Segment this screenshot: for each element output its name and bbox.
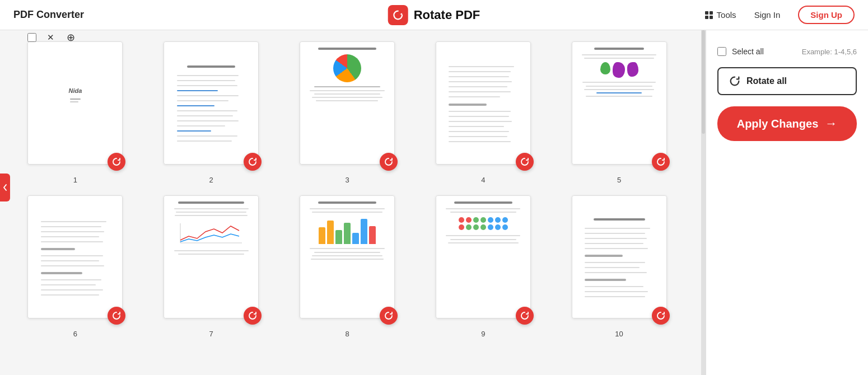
page-1-content: Nida: [28, 42, 122, 164]
rotate-page-9-button[interactable]: [516, 307, 534, 325]
rotate-icon-4: [520, 157, 530, 167]
page-number-2: 2: [209, 176, 213, 184]
rotate-page-4-button[interactable]: [516, 153, 534, 171]
page-thumb-1: Nida: [27, 41, 123, 165]
content-area: ✕ ⊕ Nida: [0, 30, 706, 375]
page-item-8: 8: [283, 195, 412, 338]
page-6-content: [28, 196, 122, 318]
bacteria-illustration: [600, 62, 638, 78]
page-thumb-8: [300, 195, 395, 318]
rotate-icon-6: [111, 311, 122, 321]
chevron-left-icon: [2, 184, 8, 191]
page-7-content: [164, 196, 258, 318]
svg-rect-3: [710, 16, 713, 19]
page-checkbox-1[interactable]: [27, 33, 36, 42]
page-item-9: 9: [419, 195, 547, 338]
page-3-content: [300, 42, 394, 164]
rotate-page-10-button[interactable]: [652, 307, 670, 325]
rotate-page-1-button[interactable]: [108, 153, 125, 171]
rotate-page-2-button[interactable]: [244, 153, 262, 171]
page-4-content: [436, 42, 530, 164]
scrollbar-thumb[interactable]: [702, 30, 705, 134]
page-9-content: [436, 196, 530, 318]
rotate-icon-1: [111, 157, 122, 167]
rotate-page-3-button[interactable]: [380, 153, 398, 171]
rotate-icon-5: [656, 157, 666, 167]
rotate-all-label: Rotate all: [746, 76, 787, 86]
page-thumb-7: [164, 195, 259, 318]
page-title: Rotate PDF: [414, 8, 480, 22]
app-title: PDF Converter: [13, 9, 84, 21]
sidebar-collapse-button[interactable]: [0, 174, 10, 201]
page-thumb-2: [164, 41, 259, 165]
tools-link[interactable]: Tools: [704, 10, 736, 20]
select-all-row: Select all Example: 1-4,5,6: [717, 47, 857, 56]
page-item-7: 7: [147, 195, 276, 338]
pie-chart: [333, 54, 361, 82]
page-number-9: 9: [481, 330, 485, 338]
rotate-icon-7: [248, 311, 258, 321]
tools-label: Tools: [717, 10, 736, 20]
page-number-8: 8: [345, 330, 349, 338]
sign-in-button[interactable]: Sign In: [748, 7, 787, 23]
rotate-icon-2: [248, 157, 258, 167]
rotate-all-button[interactable]: Rotate all: [717, 67, 857, 95]
rotate-all-icon: [729, 75, 741, 87]
page-item-10: 10: [555, 195, 683, 338]
select-all-label[interactable]: Select all: [732, 47, 764, 56]
close-page-1-button[interactable]: ✕: [44, 31, 57, 44]
page-thumb-6: [27, 195, 123, 318]
logo-icon: [392, 9, 404, 21]
app-logo: [388, 5, 408, 25]
select-all-checkbox[interactable]: [717, 47, 726, 56]
pages-grid: ✕ ⊕ Nida: [11, 41, 683, 338]
svg-rect-1: [710, 11, 713, 15]
rotate-icon-3: [384, 157, 394, 167]
page-number-6: 6: [73, 330, 77, 338]
page-number-4: 4: [481, 176, 485, 184]
header-left: PDF Converter: [13, 9, 84, 21]
page-item-5: 5: [555, 41, 683, 184]
rotate-icon-9: [520, 311, 530, 321]
grid-icon: [704, 11, 713, 20]
sidebar-tab: [0, 174, 10, 201]
page-10-content: [572, 196, 666, 318]
apply-changes-label: Apply Changes: [737, 118, 819, 130]
rotate-page-5-button[interactable]: [652, 153, 670, 171]
rotate-page-7-button[interactable]: [244, 307, 262, 325]
bar-chart: [310, 216, 384, 244]
page-number-3: 3: [345, 176, 349, 184]
rotate-page-6-button[interactable]: [108, 307, 125, 325]
move-page-1-button[interactable]: ⊕: [64, 31, 77, 44]
page-thumb-10: [572, 195, 667, 318]
header-right: Tools Sign In Sign Up: [704, 6, 855, 24]
page-5-content: [572, 42, 666, 164]
page-thumb-3: [300, 41, 395, 165]
scatter-chart: [459, 217, 508, 230]
main-layout: ✕ ⊕ Nida: [0, 30, 868, 375]
sign-up-button[interactable]: Sign Up: [798, 6, 855, 24]
page-item-4: 4: [419, 41, 547, 184]
svg-rect-0: [705, 11, 708, 15]
page-item-2: 2: [147, 41, 276, 184]
page-number-5: 5: [617, 176, 621, 184]
svg-rect-2: [705, 16, 708, 19]
example-text: Example: 1-4,5,6: [802, 48, 857, 56]
apply-changes-arrow-icon: →: [825, 116, 837, 131]
page-2-content: [164, 42, 258, 164]
rotate-icon-8: [384, 311, 394, 321]
page-number-7: 7: [209, 330, 213, 338]
page-thumb-5: [572, 41, 667, 165]
right-panel: Select all Example: 1-4,5,6 Rotate all A…: [706, 30, 868, 375]
rotate-icon-10: [656, 311, 666, 321]
rotate-page-8-button[interactable]: [380, 307, 398, 325]
line-chart-svg: [178, 221, 245, 246]
page-item-6: 6: [11, 195, 139, 338]
header: PDF Converter Rotate PDF Tools Sign In S…: [0, 0, 868, 30]
page-thumb-9: [436, 195, 531, 318]
page-8-content: [300, 196, 394, 318]
page-thumb-4: [436, 41, 531, 165]
scrollbar-track[interactable]: [701, 30, 706, 375]
header-center: Rotate PDF: [388, 5, 480, 25]
apply-changes-button[interactable]: Apply Changes →: [717, 106, 857, 141]
